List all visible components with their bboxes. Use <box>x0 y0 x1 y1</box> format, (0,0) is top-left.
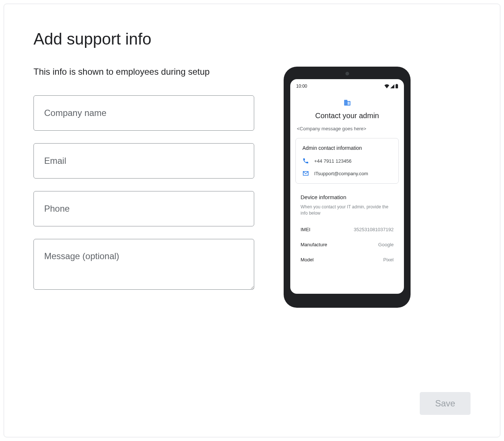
preview-heading: Contact your admin <box>295 112 399 120</box>
battery-icon <box>395 84 398 88</box>
device-row-imei: IMEI 352531081037192 <box>301 227 394 232</box>
device-row-model: Model Pixel <box>301 257 394 262</box>
status-time: 10:00 <box>296 84 307 89</box>
email-icon <box>302 170 309 177</box>
building-icon <box>343 99 351 106</box>
phone-camera-dot <box>345 72 349 75</box>
contact-phone-text: +44 7911 123456 <box>314 158 352 164</box>
status-icons <box>384 84 398 88</box>
page-subtitle: This info is shown to employees during s… <box>33 67 254 77</box>
device-info-section: Device information When you contact your… <box>295 194 399 262</box>
device-info-heading: Device information <box>301 194 394 200</box>
model-value: Pixel <box>383 257 394 262</box>
phone-input[interactable] <box>33 191 254 226</box>
email-input[interactable] <box>33 143 254 179</box>
phone-preview: 10:00 Contact your admin <Company messag… <box>284 67 411 308</box>
company-name-input[interactable] <box>33 95 254 131</box>
contact-email-row: ITsupport@company.com <box>302 170 392 177</box>
signal-icon <box>390 84 394 88</box>
admin-contact-card: Admin contact information +44 7911 12345… <box>295 138 399 184</box>
preview-company-message: <Company message goes here> <box>295 126 399 131</box>
status-bar: 10:00 <box>295 84 399 89</box>
page-title: Add support info <box>33 30 471 48</box>
phone-icon <box>302 158 309 164</box>
add-support-info-panel: Add support info This info is shown to e… <box>4 4 500 437</box>
wifi-icon <box>384 84 389 88</box>
device-info-helper: When you contact your IT admin, provide … <box>301 204 394 216</box>
form-section: This info is shown to employees during s… <box>33 67 254 308</box>
save-button[interactable]: Save <box>420 392 471 415</box>
manufacture-value: Google <box>378 242 394 247</box>
building-icon-wrap <box>295 99 399 106</box>
main-content-row: This info is shown to employees during s… <box>33 67 471 308</box>
imei-label: IMEI <box>301 227 310 232</box>
device-row-manufacture: Manufacture Google <box>301 242 394 247</box>
contact-email-text: ITsupport@company.com <box>314 171 368 176</box>
contact-phone-row: +44 7911 123456 <box>302 158 392 164</box>
phone-screen: 10:00 Contact your admin <Company messag… <box>290 79 404 294</box>
message-textarea[interactable] <box>33 239 254 290</box>
imei-value: 352531081037192 <box>354 227 394 232</box>
admin-card-title: Admin contact information <box>302 145 392 151</box>
manufacture-label: Manufacture <box>301 242 327 247</box>
model-label: Model <box>301 257 313 262</box>
